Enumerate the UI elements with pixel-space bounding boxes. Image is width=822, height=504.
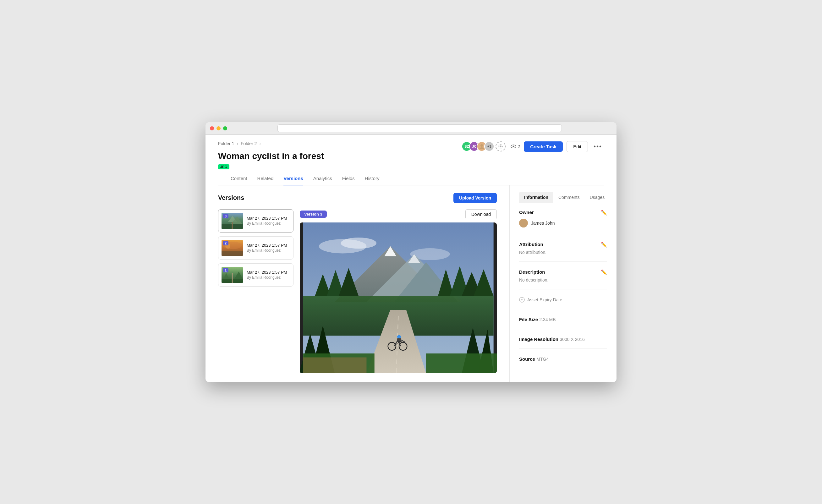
viewer-count-number: 2 [517,144,520,149]
description-edit-icon[interactable]: ✏️ [601,269,607,275]
version-thumb-2: 2 [222,240,243,256]
info-tab-information[interactable]: Information [519,192,553,203]
version-3-date: Mar 27, 2023 1:57 PM [247,216,287,220]
close-button[interactable] [210,126,214,130]
avatar-plus[interactable]: +3 [484,141,494,151]
file-size-value: 2.34 MB [539,317,555,322]
svg-point-23 [341,237,376,248]
attribution-value: No attribution. [519,250,546,255]
version-thumb-1: 1 [222,267,243,283]
file-type-badge: JPG [218,164,230,169]
version-card-3[interactable]: 3 Mar 27, 2023 1:57 PM By Emilia Rodrigu… [218,209,294,232]
resolution-section: Image Resolution 3000 X 2016 [519,337,607,349]
viewer-count: 2 [511,144,520,149]
tab-analytics[interactable]: Analytics [313,172,332,185]
maximize-button[interactable] [223,126,227,130]
download-button[interactable]: Download [465,209,497,219]
title-bar [206,122,616,135]
version-3-badge: 3 [223,214,229,218]
version-3-author: By Emilia Rodriguez [247,221,287,225]
tab-versions[interactable]: Versions [284,172,303,185]
attribution-row: Attribution ✏️ [519,241,607,249]
info-tab-comments[interactable]: Comments [553,192,585,203]
versions-header: Versions Upload Version [218,193,497,203]
svg-rect-45 [426,353,497,373]
version-label-badge: Version 3 [300,210,327,218]
svg-point-57 [522,220,525,224]
upload-version-button[interactable]: Upload Version [453,193,497,203]
app-window: Folder 1 › Folder 2 › Woman cyclist in a… [206,122,616,382]
tab-history[interactable]: History [365,172,380,185]
more-options-button[interactable]: ••• [592,142,604,151]
owner-edit-icon[interactable]: ✏️ [601,209,607,215]
file-size-label: File Size [519,317,538,322]
eye-icon [511,144,516,149]
version-2-info: Mar 27, 2023 1:57 PM By Emilia Rodriguez [247,243,287,253]
source-value: MTG4 [536,357,549,362]
minimize-button[interactable] [217,126,221,130]
version-preview-header: Version 3 Download [300,209,497,219]
svg-point-0 [480,144,483,147]
version-card-2[interactable]: 2 Mar 27, 2023 1:57 PM By Emilia Rodrigu… [218,236,294,260]
svg-point-58 [520,224,527,227]
source-label: Source [519,356,535,362]
versions-area: 3 Mar 27, 2023 1:57 PM By Emilia Rodrigu… [218,209,497,373]
version-2-badge: 2 [223,241,229,245]
edit-button[interactable]: Edit [566,141,588,152]
create-task-button[interactable]: Create Task [524,141,563,152]
svg-rect-46 [303,357,366,373]
owner-row: Owner ✏️ [519,209,607,217]
version-1-info: Mar 27, 2023 1:57 PM By Emilia Rodriguez [247,270,287,280]
top-area: Folder 1 › Folder 2 › Woman cyclist in a… [206,135,616,185]
svg-point-55 [397,335,401,338]
version-3-info: Mar 27, 2023 1:57 PM By Emilia Rodriguez [247,216,287,225]
breadcrumb-folder1[interactable]: Folder 1 [218,141,234,146]
header-right: SZ JC +3 [462,141,604,152]
info-tab-usages[interactable]: Usages [585,192,609,203]
invite-avatar[interactable] [495,141,506,151]
owner-avatar-img [519,219,528,227]
resolution-value: 3000 X 2016 [560,337,584,342]
version-1-author: By Emilia Rodriguez [247,275,287,280]
owner-value-row: James John [519,219,607,227]
owner-section: Owner ✏️ James John [519,209,607,234]
svg-rect-14 [222,251,243,256]
tab-related[interactable]: Related [257,172,274,185]
right-panel: Information Comments Usages Owner ✏️ [510,185,616,382]
resolution-label: Image Resolution [519,337,558,342]
tab-content[interactable]: Content [231,172,247,185]
owner-avatar [519,219,528,227]
left-panel: Versions Upload Version [206,185,510,382]
description-value: No description. [519,278,548,283]
main-tabs: Content Related Versions Analytics Field… [218,172,604,185]
expiry-label: Asset Expiry Date [527,297,562,302]
version-thumb-3: 3 [222,213,243,229]
version-1-badge: 1 [223,268,229,273]
svg-point-1 [479,147,484,149]
version-preview: Version 3 Download [300,209,497,373]
version-list: 3 Mar 27, 2023 1:57 PM By Emilia Rodrigu… [218,209,294,373]
breadcrumb-folder2[interactable]: Folder 2 [241,141,257,146]
collaborator-avatars: SZ JC +3 [462,141,506,151]
version-1-date: Mar 27, 2023 1:57 PM [247,270,287,275]
attribution-edit-icon[interactable]: ✏️ [601,241,607,247]
expiry-section: Asset Expiry Date [519,297,607,309]
body-split: Versions Upload Version [206,185,616,382]
description-row: Description ✏️ [519,269,607,277]
preview-image [300,222,497,373]
expiry-row[interactable]: Asset Expiry Date [519,297,607,303]
breadcrumb-sep-1: › [237,141,238,146]
version-card-1[interactable]: 1 Mar 27, 2023 1:57 PM By Emilia Rodrigu… [218,263,294,287]
attribution-section: Attribution ✏️ No attribution. [519,241,607,262]
svg-point-60 [521,299,522,301]
app-content: Folder 1 › Folder 2 › Woman cyclist in a… [206,135,616,382]
file-size-section: File Size 2.34 MB [519,317,607,329]
version-2-date: Mar 27, 2023 1:57 PM [247,243,287,247]
attribution-label: Attribution [519,241,543,247]
traffic-lights [210,126,227,130]
info-tabs: Information Comments Usages [519,192,607,203]
expiry-icon [519,297,525,303]
url-bar[interactable] [278,124,562,132]
version-2-author: By Emilia Rodriguez [247,248,287,253]
tab-fields[interactable]: Fields [342,172,355,185]
